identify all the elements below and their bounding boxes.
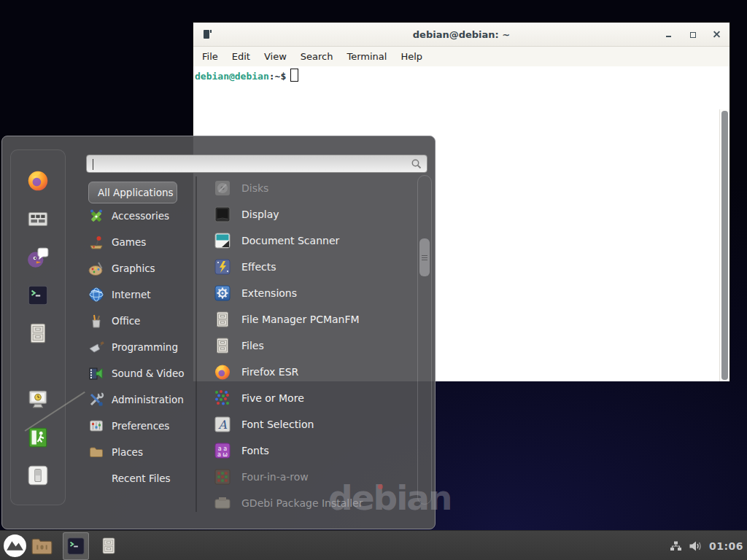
office-icon (88, 313, 104, 329)
accessories-icon (88, 208, 104, 224)
taskbar-terminal[interactable] (63, 532, 89, 560)
search-caret (93, 159, 93, 170)
menu-logo-icon (3, 534, 27, 558)
menu-search[interactable]: Search (301, 51, 333, 62)
app-extensions[interactable]: Extensions (198, 280, 413, 306)
category-recent-files[interactable]: Recent Files (88, 465, 199, 491)
network-icon[interactable] (670, 540, 682, 552)
app-list-scrollbar[interactable] (417, 175, 432, 505)
taskbar-menu-button[interactable] (3, 534, 27, 558)
category-label: Administration (112, 394, 184, 405)
app-effects[interactable]: Effects (198, 254, 413, 280)
file-cabinet-icon (213, 336, 232, 355)
category-administration[interactable]: Administration (88, 386, 199, 413)
app-label: Document Scanner (241, 235, 339, 246)
effects-icon (213, 257, 232, 276)
extensions-icon (213, 284, 232, 303)
terminal-menubar: File Edit View Search Terminal Help (193, 47, 729, 66)
menu-file[interactable]: File (202, 51, 218, 62)
taskbar-clock: 01:06 (709, 540, 743, 552)
shut-down-icon (26, 463, 50, 488)
app-disks[interactable]: Disks (198, 175, 413, 201)
app-label: Display (241, 209, 279, 220)
prompt-user: debian@debian (195, 71, 269, 82)
category-office[interactable]: Office (88, 308, 199, 334)
category-all-applications[interactable]: All Applications (88, 182, 177, 203)
app-firefox-esr[interactable]: Firefox ESR (198, 359, 413, 385)
app-five-or-more[interactable]: Five or More (198, 385, 413, 411)
menu-view[interactable]: View (264, 51, 287, 62)
category-preferences[interactable]: Preferences (88, 413, 199, 439)
application-list: Disks Display Document Scanner (198, 175, 413, 512)
graphics-icon (88, 260, 104, 276)
app-label: Effects (241, 261, 276, 273)
favorite-file-manager[interactable] (26, 321, 50, 346)
file-cabinet-icon (213, 310, 232, 329)
app-display[interactable]: Display (198, 201, 413, 228)
favorite-shut-down[interactable] (26, 463, 50, 488)
category-internet[interactable]: Internet (88, 281, 199, 308)
favorite-terminal[interactable] (26, 283, 50, 308)
font-selection-icon: A (213, 415, 232, 434)
five-or-more-icon (213, 389, 232, 408)
menu-divider (196, 176, 197, 512)
app-font-selection[interactable]: A Font Selection (198, 411, 413, 438)
category-label: All Applications (98, 187, 174, 198)
log-out-icon (26, 425, 50, 450)
fonts-icon: a a a ω (213, 441, 232, 460)
app-label: Firefox ESR (241, 366, 298, 378)
category-label: Places (112, 446, 143, 458)
category-sound-video[interactable]: Sound & Video (88, 360, 199, 386)
app-files[interactable]: Files (198, 332, 413, 359)
favorite-pidgin[interactable] (26, 245, 50, 270)
app-file-manager-pcmanfm[interactable]: File Manager PCManFM (198, 306, 413, 332)
taskbar-file-manager[interactable] (98, 534, 119, 557)
programming-icon (88, 339, 104, 355)
favorite-package-manager[interactable] (26, 206, 50, 231)
desktop: debian@debian: ~ File Edit View Search T… (0, 0, 747, 560)
app-label: Five or More (241, 392, 304, 404)
app-gdebi-package-installer[interactable]: GDebi Package Installer (198, 490, 413, 512)
category-graphics[interactable]: Graphics (88, 255, 199, 281)
minimize-button[interactable] (665, 31, 673, 39)
window-title: debian@debian: ~ (413, 29, 510, 40)
terminal-cursor (290, 69, 298, 82)
application-menu: All Applications Accessories Games Graph (1, 136, 436, 529)
svg-text:a ω: a ω (217, 451, 228, 458)
svg-text:A: A (217, 418, 227, 432)
desktop-folder-icon (30, 535, 54, 556)
taskbar: 01:06 (0, 530, 747, 560)
file-cabinet-icon (26, 321, 50, 346)
places-icon (88, 444, 104, 460)
app-label: Disks (241, 182, 268, 194)
firefox-icon (213, 362, 232, 381)
menu-help[interactable]: Help (400, 51, 422, 62)
menu-edit[interactable]: Edit (232, 51, 250, 62)
maximize-button[interactable] (689, 31, 697, 39)
search-field[interactable] (86, 155, 427, 173)
category-accessories[interactable]: Accessories (88, 203, 199, 229)
administration-icon (88, 392, 104, 408)
favorite-log-out[interactable] (26, 425, 50, 450)
terminal-titlebar[interactable]: debian@debian: ~ (193, 23, 729, 47)
terminal-scrollbar[interactable] (719, 109, 729, 381)
search-input[interactable] (93, 157, 409, 172)
volume-icon[interactable] (689, 540, 703, 552)
app-four-in-a-row[interactable]: Four-in-a-row (198, 464, 413, 490)
category-label: Internet (112, 289, 151, 300)
taskbar-desktop-folder[interactable] (30, 535, 54, 556)
app-fonts[interactable]: a a a ω Fonts (198, 438, 413, 464)
sound-video-icon (88, 365, 104, 381)
pidgin-icon (26, 245, 50, 270)
category-programming[interactable]: Programming (88, 334, 199, 360)
close-button[interactable] (713, 31, 721, 39)
favorite-firefox[interactable] (26, 168, 50, 192)
terminal-scrollbar-thumb[interactable] (721, 111, 728, 380)
category-places[interactable]: Places (88, 439, 199, 465)
menu-terminal[interactable]: Terminal (347, 51, 387, 62)
favorite-lock-screen[interactable] (26, 387, 50, 412)
category-games[interactable]: Games (88, 229, 199, 255)
app-list-scrollbar-thumb[interactable] (419, 238, 430, 276)
recent-files-spacer (88, 470, 104, 486)
app-document-scanner[interactable]: Document Scanner (198, 228, 413, 254)
